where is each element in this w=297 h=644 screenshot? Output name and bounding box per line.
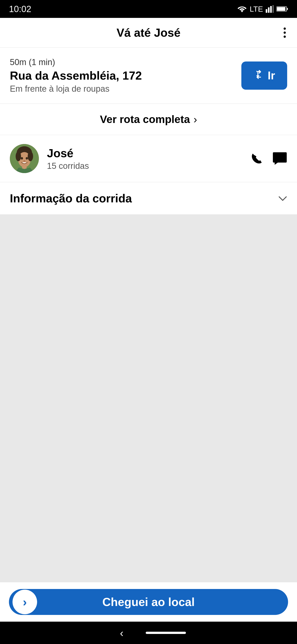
chevron-right-icon: ›: [194, 113, 197, 126]
passenger-info: José 15 corridas: [47, 146, 242, 171]
svg-point-13: [28, 152, 33, 161]
svg-rect-0: [266, 9, 267, 13]
chevron-down-icon: [278, 192, 287, 204]
wifi-icon: [237, 5, 247, 13]
phone-icon: [250, 152, 264, 165]
home-indicator[interactable]: [146, 632, 186, 634]
avatar-image: [10, 144, 39, 173]
route-icon: [254, 69, 264, 82]
message-icon: [273, 152, 287, 165]
ride-info-section[interactable]: Informação da corrida: [0, 182, 297, 215]
arrived-arrow-circle: ›: [12, 590, 37, 614]
passenger-rides: 15 corridas: [47, 161, 242, 171]
map-area: [0, 215, 297, 582]
ride-info-label: Informação da corrida: [10, 192, 132, 205]
svg-rect-2: [270, 6, 272, 13]
passenger-section: José 15 corridas: [0, 135, 297, 182]
bottom-btn-container: › Cheguei ao local: [0, 582, 297, 622]
go-button-label: Ir: [268, 69, 275, 82]
battery-icon: [277, 6, 288, 12]
nav-address: Rua da Assembléia, 172: [10, 69, 241, 82]
passenger-actions: [250, 152, 287, 165]
message-button[interactable]: [273, 152, 287, 165]
status-bar: 10:02 LTE: [0, 0, 297, 18]
app-container: Vá até José 50m (1 min) Rua da Assembléi…: [0, 18, 297, 622]
svg-rect-18: [273, 152, 287, 162]
signal-icon: [266, 5, 274, 13]
nav-landmark: Em frente à loja de roupas: [10, 84, 241, 94]
arrived-button-label: Cheguei ao local: [19, 595, 278, 609]
status-icons: LTE: [237, 5, 288, 14]
back-button[interactable]: ‹: [111, 627, 133, 639]
header: Vá até José: [0, 18, 297, 48]
menu-button[interactable]: [281, 25, 288, 40]
nav-info-section: 50m (1 min) Rua da Assembléia, 172 Em fr…: [0, 48, 297, 104]
nav-info-text: 50m (1 min) Rua da Assembléia, 172 Em fr…: [10, 58, 241, 94]
bottom-nav: ‹: [0, 622, 297, 644]
svg-rect-3: [273, 5, 274, 13]
status-time: 10:02: [9, 4, 31, 14]
svg-rect-1: [268, 8, 270, 13]
svg-point-16: [23, 160, 25, 162]
avatar: [10, 144, 39, 173]
svg-point-14: [21, 157, 23, 160]
passenger-name: José: [47, 146, 242, 160]
svg-point-15: [26, 157, 28, 160]
go-button[interactable]: Ir: [241, 62, 287, 90]
dot-2: [284, 32, 286, 34]
dot-3: [284, 36, 286, 38]
page-title: Vá até José: [116, 26, 180, 39]
nav-distance: 50m (1 min): [10, 58, 241, 67]
arrived-button[interactable]: › Cheguei ao local: [9, 589, 288, 615]
svg-rect-6: [287, 8, 288, 10]
lte-label: LTE: [250, 5, 263, 14]
svg-point-12: [16, 152, 21, 161]
full-route-label: Ver rota completa: [100, 113, 190, 126]
dot-1: [284, 28, 286, 30]
svg-rect-5: [277, 7, 285, 11]
full-route-section[interactable]: Ver rota completa ›: [0, 104, 297, 135]
phone-button[interactable]: [250, 152, 264, 165]
chevron-right-icon: ›: [23, 595, 27, 609]
